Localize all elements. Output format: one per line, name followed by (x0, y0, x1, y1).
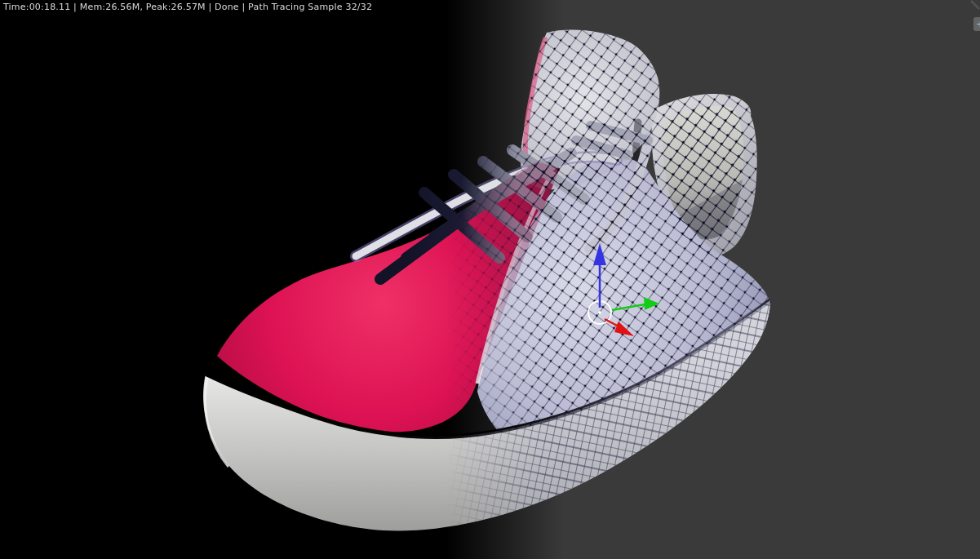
3d-viewport[interactable]: Time:00:18.11 | Mem:26.56M, Peak:26.57M … (0, 0, 980, 559)
render-stats-text: Time:00:18.11 | Mem:26.56M, Peak:26.57M … (3, 2, 372, 12)
gizmo-center-dot (598, 311, 601, 314)
sidebar-expand-button[interactable]: + (973, 17, 980, 31)
render-status-bar: Time:00:18.11 | Mem:26.56M, Peak:26.57M … (3, 2, 372, 13)
viewport-render (0, 0, 980, 559)
